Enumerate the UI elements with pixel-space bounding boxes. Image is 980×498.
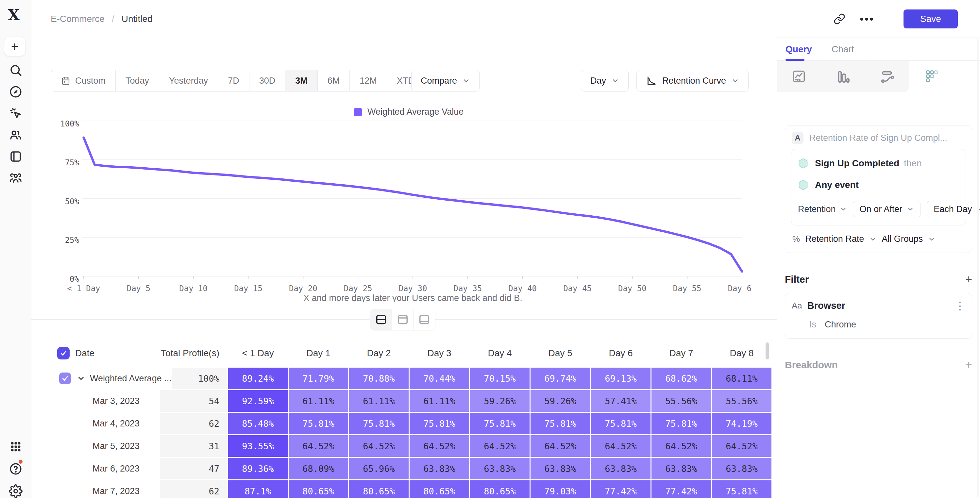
retention-value-cell[interactable]: 75.81% — [349, 413, 409, 434]
retention-value-cell[interactable]: 61.11% — [349, 390, 409, 412]
range-12m[interactable]: 12M — [350, 70, 387, 91]
range-3m[interactable]: 3M — [285, 70, 318, 91]
app-logo[interactable]: X — [6, 7, 22, 23]
retention-value-cell[interactable]: 75.81% — [591, 413, 651, 434]
retention-value-cell[interactable]: 80.65% — [289, 480, 348, 498]
retention-value-cell[interactable]: 75.81% — [410, 413, 469, 434]
retention-value-cell[interactable]: 71.79% — [289, 368, 348, 389]
retention-value-cell[interactable]: 70.15% — [470, 368, 530, 389]
breadcrumb-page-title[interactable]: Untitled — [122, 14, 153, 24]
retention-value-cell[interactable]: 93.55% — [228, 435, 288, 457]
retention-value-cell[interactable]: 79.03% — [531, 480, 590, 498]
retention-value-cell[interactable]: 75.81% — [531, 413, 590, 434]
retention-value-cell[interactable]: 75.81% — [470, 413, 530, 434]
events-cursor-icon[interactable] — [0, 105, 31, 122]
range-6m[interactable]: 6M — [318, 70, 350, 91]
help-icon[interactable] — [0, 460, 31, 478]
row-checkbox[interactable] — [59, 372, 71, 384]
retention-mode-dropdown[interactable]: Retention — [798, 204, 847, 214]
tab-chart[interactable]: Chart — [832, 38, 854, 60]
retention-value-cell[interactable]: 61.11% — [289, 390, 348, 412]
retention-value-cell[interactable]: 64.52% — [591, 435, 651, 457]
filter-kebab-icon[interactable]: ⋮ — [955, 302, 965, 309]
range-today[interactable]: Today — [116, 70, 159, 91]
view-split-button[interactable] — [371, 309, 392, 330]
new-report-button[interactable]: + — [4, 37, 25, 56]
retention-value-cell[interactable]: 75.81% — [289, 413, 348, 434]
retention-value-cell[interactable]: 70.88% — [349, 368, 409, 389]
add-filter-icon[interactable]: + — [965, 274, 972, 284]
range-custom[interactable]: Custom — [51, 70, 116, 91]
retention-value-cell[interactable]: 68.62% — [651, 368, 711, 389]
add-breakdown-icon[interactable]: + — [965, 360, 972, 370]
first-event-row[interactable]: Sign Up Completed then — [798, 158, 959, 169]
retention-value-cell[interactable]: 63.83% — [470, 458, 530, 479]
retention-value-cell[interactable]: 64.52% — [410, 435, 469, 457]
table-scrollbar-thumb[interactable] — [765, 342, 769, 360]
retention-value-cell[interactable]: 89.24% — [228, 368, 288, 389]
panel-scrollbar[interactable] — [977, 39, 979, 497]
retention-value-cell[interactable]: 57.41% — [591, 390, 651, 412]
retention-value-cell[interactable]: 87.1% — [228, 480, 288, 498]
view-table-only-button[interactable] — [414, 309, 435, 330]
retention-value-cell[interactable]: 68.11% — [712, 368, 772, 389]
retention-chart[interactable]: 100%75%50%25%0%< 1 DayDay 5Day 10Day 15D… — [49, 116, 752, 302]
filter-card[interactable]: Aa Browser ⋮ Is Chrome — [785, 293, 972, 339]
retention-value-cell[interactable]: 68.09% — [289, 458, 348, 479]
retention-value-cell[interactable]: 55.56% — [651, 390, 711, 412]
filter-operator[interactable]: Is — [809, 320, 816, 330]
retention-value-cell[interactable]: 70.44% — [410, 368, 469, 389]
measure-dropdown[interactable]: Retention Rate — [805, 234, 864, 244]
retention-value-cell[interactable]: 65.96% — [349, 458, 409, 479]
settings-gear-icon[interactable] — [0, 482, 31, 498]
range-7d[interactable]: 7D — [218, 70, 250, 91]
chart-type-bar[interactable] — [821, 61, 865, 92]
retention-value-cell[interactable]: 64.52% — [651, 435, 711, 457]
chevron-down-icon[interactable] — [77, 374, 85, 383]
retention-value-cell[interactable]: 89.36% — [228, 458, 288, 479]
apps-grid-icon[interactable] — [0, 438, 31, 455]
retention-value-cell[interactable]: 63.83% — [531, 458, 590, 479]
retention-value-cell[interactable]: 63.83% — [712, 458, 772, 479]
retention-value-cell[interactable]: 74.19% — [712, 413, 772, 434]
retention-value-cell[interactable]: 64.52% — [470, 435, 530, 457]
chart-type-flow[interactable] — [865, 61, 909, 92]
retention-value-cell[interactable]: 59.26% — [531, 390, 590, 412]
breadcrumb-project[interactable]: E-Commerce — [51, 14, 105, 24]
save-button[interactable]: Save — [904, 10, 958, 29]
view-chart-only-button[interactable] — [392, 309, 414, 330]
retention-value-cell[interactable]: 59.26% — [470, 390, 530, 412]
compass-icon[interactable] — [0, 83, 31, 101]
range-30d[interactable]: 30D — [250, 70, 286, 91]
chart-type-dropdown[interactable]: Retention Curve — [636, 70, 749, 91]
retention-value-cell[interactable]: 64.52% — [289, 435, 348, 457]
chart-type-line[interactable] — [777, 61, 821, 92]
boards-panel-icon[interactable] — [0, 148, 31, 165]
retention-value-cell[interactable]: 64.52% — [712, 435, 772, 457]
range-yesterday[interactable]: Yesterday — [159, 70, 218, 91]
retention-value-cell[interactable]: 75.81% — [651, 413, 711, 434]
tab-query[interactable]: Query — [786, 38, 812, 60]
retention-value-cell[interactable]: 77.42% — [591, 480, 651, 498]
retention-value-cell[interactable]: 63.83% — [651, 458, 711, 479]
share-link-icon[interactable] — [834, 13, 845, 25]
retention-value-cell[interactable]: 75.81% — [712, 480, 772, 498]
search-icon[interactable] — [0, 61, 31, 79]
retention-value-cell[interactable]: 80.65% — [410, 480, 469, 498]
users-icon[interactable] — [0, 126, 31, 144]
more-menu-icon[interactable]: ••• — [860, 16, 874, 22]
retention-value-cell[interactable]: 92.59% — [228, 390, 288, 412]
retention-value-cell[interactable]: 80.65% — [349, 480, 409, 498]
retention-value-cell[interactable]: 69.74% — [531, 368, 590, 389]
groups-dropdown[interactable]: All Groups — [881, 234, 923, 244]
criteria-dropdown[interactable]: On or After — [853, 201, 921, 217]
chart-type-retention-grid[interactable] — [909, 61, 953, 92]
retention-value-cell[interactable]: 80.65% — [470, 480, 530, 498]
retention-value-cell[interactable]: 77.42% — [651, 480, 711, 498]
retention-value-cell[interactable]: 55.56% — [712, 390, 772, 412]
retention-value-cell[interactable]: 69.13% — [591, 368, 651, 389]
interval-dropdown[interactable]: Each Day — [927, 201, 980, 217]
cohorts-icon[interactable] — [0, 169, 31, 187]
retention-value-cell[interactable]: 85.48% — [228, 413, 288, 434]
second-event-row[interactable]: Any event — [798, 180, 959, 191]
